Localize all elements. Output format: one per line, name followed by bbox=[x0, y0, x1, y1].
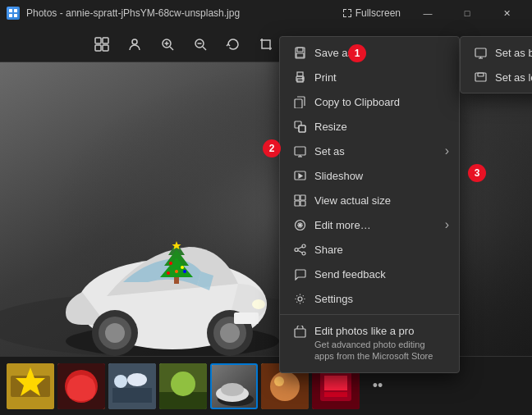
svg-point-100 bbox=[274, 376, 284, 386]
svg-rect-77 bbox=[475, 48, 486, 57]
svg-rect-103 bbox=[324, 376, 347, 390]
svg-point-71 bbox=[295, 248, 298, 251]
svg-rect-56 bbox=[295, 147, 305, 155]
svg-rect-80 bbox=[475, 73, 486, 81]
menu-item-resize-label: Resize bbox=[314, 121, 347, 133]
svg-point-72 bbox=[302, 252, 305, 255]
menu-item-send-feedback-label: Send feedback bbox=[314, 268, 386, 280]
svg-rect-61 bbox=[295, 195, 300, 200]
resize-icon bbox=[293, 120, 306, 133]
svg-point-75 bbox=[298, 297, 302, 301]
close-btn[interactable]: ✕ bbox=[488, 0, 525, 26]
svg-point-40 bbox=[181, 266, 184, 269]
svg-point-29 bbox=[105, 323, 125, 343]
menu-item-resize[interactable]: Resize bbox=[280, 114, 459, 139]
submenu-item-lockscreen[interactable]: Set as lock screen bbox=[461, 65, 532, 89]
svg-point-43 bbox=[183, 270, 186, 273]
svg-rect-4 bbox=[95, 38, 101, 43]
copy-icon bbox=[293, 95, 306, 108]
svg-point-39 bbox=[169, 262, 172, 265]
menu-item-set-as-label: Set as bbox=[314, 145, 345, 157]
pro-title: Edit photos like a pro bbox=[314, 325, 446, 337]
titlebar-left: Photos - annie-spratt-jPhsYM-68cw-unspla… bbox=[7, 7, 240, 20]
submenu-set-as: Set as background Set as lock screen bbox=[460, 36, 532, 93]
filmstrip-thumb-5[interactable] bbox=[210, 363, 258, 409]
submenu-item-background[interactable]: Set as background bbox=[461, 40, 532, 65]
titlebar: Photos - annie-spratt-jPhsYM-68cw-unspla… bbox=[0, 0, 532, 26]
menu-item-share[interactable]: Share bbox=[280, 237, 459, 262]
svg-rect-64 bbox=[300, 201, 305, 206]
menu-item-settings[interactable]: Settings bbox=[280, 286, 459, 311]
svg-point-51 bbox=[302, 77, 304, 79]
svg-point-97 bbox=[221, 383, 244, 396]
svg-rect-62 bbox=[300, 195, 305, 200]
app-icon bbox=[7, 7, 20, 20]
crop-btn[interactable] bbox=[251, 30, 281, 59]
svg-rect-37 bbox=[174, 277, 179, 284]
menu-item-slideshow-label: Slideshow bbox=[314, 170, 363, 182]
menu-item-send-feedback[interactable]: Send feedback bbox=[280, 262, 459, 286]
settings-icon bbox=[293, 292, 306, 305]
menu-item-settings-label: Settings bbox=[314, 293, 353, 305]
svg-point-33 bbox=[252, 299, 265, 309]
menu-item-pro[interactable]: Edit photos like a pro Get advanced phot… bbox=[280, 318, 459, 369]
menu-item-copy[interactable]: Copy to Clipboard bbox=[280, 89, 459, 114]
svg-rect-50 bbox=[297, 79, 303, 82]
svg-rect-46 bbox=[297, 48, 303, 52]
menu-item-slideshow[interactable]: Slideshow bbox=[280, 163, 459, 188]
menu-item-save-as-label: Save as bbox=[314, 47, 353, 59]
zoom-in-btn[interactable] bbox=[153, 30, 182, 59]
svg-point-70 bbox=[302, 244, 305, 248]
filmstrip-thumb-3[interactable] bbox=[108, 363, 156, 409]
minimize-btn[interactable]: — bbox=[409, 0, 447, 26]
save-as-icon bbox=[293, 46, 306, 59]
menu-item-print[interactable]: Print bbox=[280, 65, 459, 89]
rotate-btn[interactable] bbox=[218, 30, 248, 59]
menu-item-save-as[interactable]: Save as bbox=[280, 40, 459, 65]
svg-rect-5 bbox=[103, 38, 108, 43]
maximize-btn[interactable]: □ bbox=[448, 0, 486, 26]
menu-item-actual-size-label: View actual size bbox=[314, 194, 391, 207]
svg-line-15 bbox=[203, 47, 206, 50]
gallery-view-btn[interactable] bbox=[87, 30, 117, 59]
store-icon bbox=[293, 325, 306, 338]
set-as-icon bbox=[293, 144, 306, 157]
svg-rect-76 bbox=[295, 329, 305, 337]
menu-item-edit-more[interactable]: Edit more… bbox=[280, 212, 459, 237]
svg-line-12 bbox=[170, 47, 173, 50]
filmstrip-thumb-2[interactable] bbox=[57, 363, 105, 409]
svg-rect-47 bbox=[296, 53, 304, 57]
menu-divider bbox=[280, 314, 459, 315]
svg-rect-1 bbox=[14, 9, 17, 12]
background-icon bbox=[474, 46, 487, 59]
svg-rect-81 bbox=[478, 73, 484, 76]
filmstrip-thumb-1[interactable] bbox=[7, 363, 54, 409]
svg-point-42 bbox=[167, 271, 170, 275]
send-feedback-icon bbox=[293, 267, 306, 280]
fullscreen-btn[interactable]: Fullscreen bbox=[336, 7, 407, 19]
menu-item-share-label: Share bbox=[314, 244, 343, 256]
menu-item-edit-more-label: Edit more… bbox=[314, 219, 371, 231]
svg-point-90 bbox=[127, 373, 147, 386]
edit-more-icon bbox=[293, 218, 306, 231]
svg-rect-2 bbox=[9, 14, 12, 17]
filmstrip-thumb-4[interactable] bbox=[159, 363, 207, 409]
zoom-out-btn[interactable] bbox=[186, 30, 215, 59]
submenu-item-background-label: Set as background bbox=[495, 47, 532, 59]
actual-size-icon bbox=[293, 194, 306, 207]
menu-item-print-label: Print bbox=[314, 71, 337, 84]
context-menu: Save as Print Copy to Clipboard Resize S… bbox=[279, 36, 460, 373]
people-btn[interactable] bbox=[120, 30, 149, 59]
pro-text: Edit photos like a pro Get advanced phot… bbox=[314, 325, 446, 363]
menu-item-actual-size[interactable]: View actual size bbox=[280, 188, 459, 212]
svg-line-73 bbox=[298, 247, 302, 249]
menu-item-set-as[interactable]: Set as bbox=[280, 139, 459, 163]
svg-point-89 bbox=[114, 375, 127, 388]
svg-marker-60 bbox=[299, 174, 302, 178]
svg-rect-3 bbox=[14, 14, 17, 17]
svg-rect-88 bbox=[112, 388, 152, 403]
submenu-item-lockscreen-label: Set as lock screen bbox=[495, 71, 532, 84]
svg-rect-63 bbox=[295, 201, 300, 206]
svg-rect-49 bbox=[297, 72, 303, 76]
print-icon bbox=[293, 71, 306, 84]
